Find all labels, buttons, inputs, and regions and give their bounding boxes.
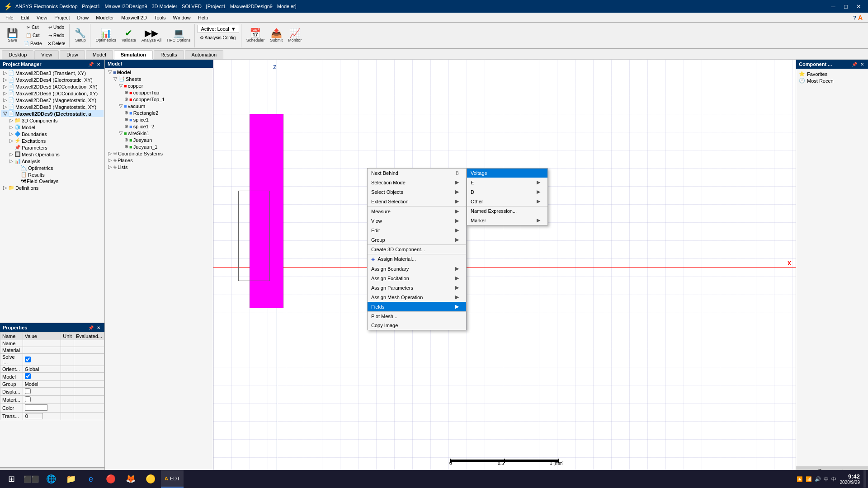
canvas-area[interactable]: Z X 0 0.5 1 (mm) [213, 60, 796, 475]
ctx-next-behind[interactable]: Next Behind B [368, 169, 466, 178]
ie-button[interactable]: e [81, 470, 100, 488]
cut-button[interactable]: ✂ Cut [21, 23, 44, 31]
menu-help[interactable]: Help [194, 13, 212, 23]
analysis-config-button[interactable]: ⚙ Analysis Config [198, 34, 238, 42]
tree-item-field-overlays[interactable]: 🗺 Field Overlays [1, 178, 104, 184]
model-tree-rect2[interactable]: ⊕ ■ Rectangle2 [106, 109, 212, 116]
menu-tools[interactable]: Tools [151, 13, 170, 23]
model-tree-planes[interactable]: ▷ ◈ Planes [106, 157, 212, 164]
edge-button[interactable]: 🌐 [42, 470, 61, 488]
tab-automation[interactable]: Automation [185, 50, 224, 59]
ctx-create-3d[interactable]: Create 3D Component... [368, 244, 466, 254]
ctx-assign-mesh[interactable]: Assign Mesh Operation ▶ [368, 292, 466, 302]
tree-item-maxwell7[interactable]: ▷ 📄 Maxwell2DDes7 (Magnetostatic, XY) [1, 97, 104, 103]
analyze-all-button[interactable]: ▶▶ Analyze All [139, 27, 164, 44]
model-tree-coord[interactable]: ▷ ⊕ Coordinate Systems [106, 150, 212, 157]
tab-simulation[interactable]: Simulation [114, 50, 153, 60]
project-tree[interactable]: ▷ 📄 Maxwell2DDes3 (Transient, XY) ▷ 📄 Ma… [0, 69, 104, 322]
close-button[interactable]: ✕ [853, 2, 864, 11]
sub-other[interactable]: Other ▶ [467, 197, 547, 206]
tree-item-maxwell8[interactable]: ▷ 📄 Maxwell2DDes8 (Magnetostatic, XY) [1, 103, 104, 110]
sub-d[interactable]: D ▶ [467, 187, 547, 197]
right-panel-favorites[interactable]: ⭐ Favorites [798, 70, 866, 77]
clock[interactable]: 9:42 2020/9/29 [840, 473, 860, 485]
tree-item-mesh-ops[interactable]: ▷ 🔲 Mesh Operations [1, 151, 104, 158]
model-tree-lists[interactable]: ▷ ◈ Lists [106, 164, 212, 170]
pm-pin-button[interactable]: 📌 [88, 61, 94, 67]
sub-voltage[interactable]: Voltage [467, 169, 547, 178]
tree-item-excitations[interactable]: ▷ ⚡ Excitations [1, 137, 104, 144]
validate-button[interactable]: ✔ Validate [119, 27, 138, 44]
ctx-fields[interactable]: Fields ▶ [368, 302, 466, 311]
setup-button[interactable]: 🔧 Setup [72, 27, 88, 44]
show-desktop-button[interactable] [863, 470, 866, 488]
unknown1-button[interactable]: 🟡 [141, 470, 160, 488]
redo-button[interactable]: ↪ Redo [45, 32, 68, 39]
menu-project[interactable]: Project [51, 13, 73, 23]
submit-button[interactable]: 📤 Submit [268, 27, 285, 44]
menu-view[interactable]: View [33, 13, 51, 23]
ctx-plot-mesh[interactable]: Plot Mesh... [368, 311, 466, 321]
tree-item-analysis[interactable]: ▷ 📊 Analysis [1, 158, 104, 164]
ctx-measure[interactable]: Measure ▶ [368, 206, 466, 216]
ctx-copy-image[interactable]: Copy Image [368, 321, 466, 330]
model-tree-coppertop1[interactable]: ⊕ ■ coppperTop_1 [106, 96, 212, 103]
hpc-button[interactable]: 💻 HPC Options [165, 27, 193, 44]
tree-item-maxwell5[interactable]: ▷ 📄 Maxwell2DDes5 (ACConduction, XY) [1, 83, 104, 90]
tree-item-3d-components[interactable]: ▷ 📁 3D Components [1, 117, 104, 124]
tree-item-maxwell9[interactable]: ▽ 📄 Maxwell2DDes9 (Electrostatic, a [1, 110, 104, 117]
maximize-button[interactable]: □ [840, 2, 852, 11]
ctx-assign-excitation[interactable]: Assign Excitation ▶ [368, 273, 466, 283]
right-panel-close[interactable]: ✕ [859, 61, 865, 67]
model-tree[interactable]: ▽ ■ Model ▽ 📑 Sheets ▽ ■ copper ⊕ ■ copp… [105, 68, 213, 474]
active-local-dropdown[interactable]: Active: Local ▼ [198, 25, 239, 33]
tree-item-maxwell6[interactable]: ▷ 📄 Maxwell2DDes6 (DCConduction, XY) [1, 90, 104, 97]
viewport[interactable]: Z X 0 0.5 1 (mm) [213, 60, 796, 475]
explorer-button[interactable]: 📁 [61, 470, 80, 488]
name-value-input[interactable] [25, 341, 59, 346]
help-icon[interactable]: ? [853, 15, 856, 20]
model-tree-copper[interactable]: ▽ ■ copper [106, 82, 212, 89]
right-panel-pin[interactable]: 📌 [851, 61, 858, 67]
save-button[interactable]: 💾 Save [5, 27, 20, 44]
firefox-button[interactable]: 🦊 [121, 470, 140, 488]
model-tree-sheets[interactable]: ▽ 📑 Sheets [106, 75, 212, 82]
solve-inside-checkbox[interactable] [25, 357, 31, 362]
tree-item-boundaries[interactable]: ▷ 🔷 Boundaries [1, 131, 104, 137]
tree-item-maxwell4[interactable]: ▷ 📄 Maxwell2DDes4 (Electrostatic, XY) [1, 76, 104, 83]
copy-button[interactable]: 📋 Cut [21, 32, 44, 39]
ctx-select-objects[interactable]: Select Objects ▶ [368, 187, 466, 197]
tree-item-parameters[interactable]: 📌 Parameters [1, 144, 104, 151]
ctx-assign-parameters[interactable]: Assign Parameters ▶ [368, 283, 466, 292]
paste-button[interactable]: 📄 Paste [21, 40, 44, 47]
ansys-taskbar-button[interactable]: A EDT [161, 470, 184, 488]
tree-item-results[interactable]: 📋 Results [1, 171, 104, 178]
props-close-button[interactable]: ✕ [95, 324, 102, 331]
model-tree-vacuum[interactable]: ▽ ■ vacuum [106, 103, 212, 109]
tab-draw[interactable]: Draw [60, 50, 85, 59]
model-tree-jueyaun1[interactable]: ⊕ ■ Jueyaun_1 [106, 143, 212, 150]
ctx-group[interactable]: Group ▶ [368, 235, 466, 244]
tab-model[interactable]: Model [86, 50, 113, 59]
props-pin-button[interactable]: 📌 [88, 324, 94, 331]
ctx-view[interactable]: View ▶ [368, 216, 466, 225]
material-checkbox[interactable] [25, 396, 31, 402]
model-tree-splice1[interactable]: ⊕ ■ splice1 [106, 116, 212, 123]
pm-close-button[interactable]: ✕ [95, 61, 102, 67]
menu-window[interactable]: Window [170, 13, 194, 23]
ctx-assign-boundary[interactable]: Assign Boundary ▶ [368, 264, 466, 273]
chrome-button[interactable]: 🔴 [101, 470, 120, 488]
tab-desktop[interactable]: Desktop [2, 50, 33, 59]
display-checkbox[interactable] [25, 388, 31, 394]
sub-marker[interactable]: Marker ▶ [467, 216, 547, 225]
menu-modeler[interactable]: Modeler [92, 13, 118, 23]
tree-item-optimetrics[interactable]: 📉 Optimetrics [1, 164, 104, 171]
model-tree-jueyaun[interactable]: ⊕ ■ Jueyaun [106, 136, 212, 143]
material-value-input[interactable] [25, 347, 59, 353]
menu-maxwell[interactable]: Maxwell 2D [118, 13, 151, 23]
menu-draw[interactable]: Draw [74, 13, 93, 23]
ctx-edit[interactable]: Edit ▶ [368, 225, 466, 235]
tab-results[interactable]: Results [154, 50, 184, 59]
taskview-button[interactable]: ⬛⬛ [22, 470, 41, 488]
undo-button[interactable]: ↩ Undo [45, 23, 68, 31]
